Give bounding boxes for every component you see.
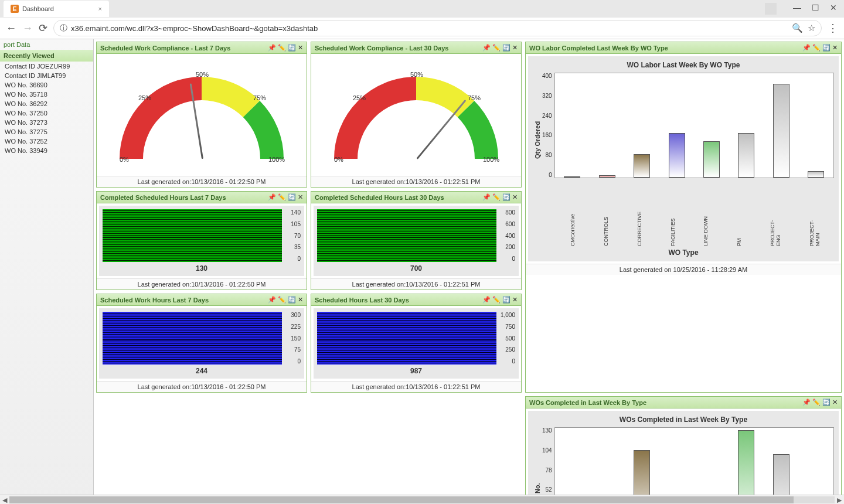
close-icon[interactable]: ✕ [298,44,303,52]
refresh-icon[interactable]: 🔄 [288,296,296,304]
reload-icon[interactable]: ⟳ [39,22,47,35]
sidebar-item[interactable]: WO No. 37252 [0,137,93,146]
refresh-icon[interactable]: 🔄 [822,44,831,52]
widget-completed-hours-30days: Completed Scheduled Hours Last 30 Days 📌… [311,191,522,290]
user-account-icon[interactable] [765,3,777,15]
widget-scheduled-hours-30days: Scheduled Hours Last 30 Days 📌✏️🔄✕ 1,000… [311,294,522,393]
pin-icon[interactable]: 📌 [268,193,276,201]
edit-icon[interactable]: ✏️ [812,399,821,406]
pin-icon[interactable]: 📌 [802,44,811,52]
edit-icon[interactable]: ✏️ [492,193,501,201]
horizontal-scrollbar[interactable]: ◀ ▶ [0,495,844,504]
strip-value: 130 [103,262,301,273]
address-row: ← → ⟳ ⓘ x36.emaint.com/wc.dll?x3~emproc~… [0,18,844,39]
edit-icon[interactable]: ✏️ [278,296,286,304]
sidebar: port Data Recently Viewed Contact ID JOE… [0,39,94,504]
app-body: port Data Recently Viewed Contact ID JOE… [0,39,844,504]
info-icon[interactable]: ⓘ [60,23,67,33]
widget-header: Completed Scheduled Hours Last 30 Days 📌… [311,192,521,203]
close-icon[interactable]: ✕ [512,44,518,52]
pin-icon[interactable]: 📌 [482,44,491,52]
close-icon[interactable]: ✕ [298,296,303,304]
tab-title: Dashboard [22,5,54,12]
xtick-label: PROJECT-MAIN [809,211,821,246]
xtick-label: PM [736,211,742,246]
dashboard-content: Scheduled Work Compliance - Last 7 Days … [94,39,844,504]
x-axis-label: WO Type [533,248,834,257]
widget-header: WOs Completed in Last Week By Type 📌✏️🔄✕ [526,397,841,408]
refresh-icon[interactable]: 🔄 [502,193,511,201]
search-icon[interactable]: 🔍 [792,23,803,33]
sidebar-item[interactable]: Contact ID JOEZUR99 [0,62,93,71]
edit-icon[interactable]: ✏️ [492,44,501,52]
strip-chart: 300225150750 [103,312,301,365]
widget-header: Scheduled Hours Last 30 Days 📌✏️🔄✕ [311,294,521,306]
chart-bar [669,133,685,178]
back-icon[interactable]: ← [6,22,16,35]
pin-icon[interactable]: 📌 [482,193,491,201]
widget-footer: Last generated on:10/13/2016 - 01:22:50 … [97,278,307,290]
pin-icon[interactable]: 📌 [268,296,276,304]
refresh-icon[interactable]: 🔄 [288,44,296,52]
scroll-right-icon[interactable]: ▶ [835,495,844,504]
widget-title: Completed Scheduled Hours Last 30 Days [315,194,444,201]
widget-title: Scheduled Work Compliance - Last 7 Days [100,45,230,52]
widget-header: Scheduled Work Compliance - Last 7 Days … [97,42,307,54]
y-axis-label: Qty Ordered [533,73,542,207]
chart-bar [738,430,754,504]
scroll-thumb[interactable] [9,496,794,503]
sidebar-item[interactable]: Contact ID JIMLAT99 [0,71,93,80]
edit-icon[interactable]: ✏️ [812,44,821,52]
widget-footer: Last generated on:10/13/2016 - 01:22:51 … [311,176,521,187]
chart-bar [773,84,789,178]
maximize-icon[interactable]: ☐ [812,3,819,15]
close-window-icon[interactable]: ✕ [830,3,837,15]
sidebar-item[interactable]: WO No. 35718 [0,90,93,99]
edit-icon[interactable]: ✏️ [492,296,501,304]
sidebar-item[interactable]: WO No. 36690 [0,80,93,90]
minimize-icon[interactable]: — [793,3,801,15]
edit-icon[interactable]: ✏️ [278,193,286,201]
sidebar-item[interactable]: WO No. 37250 [0,108,93,118]
sidebar-recently-viewed-header: Recently Viewed [0,50,93,62]
xtick-label: FACILITIES [670,211,676,246]
close-icon[interactable]: ✕ [512,193,518,201]
sidebar-item[interactable]: WO No. 37273 [0,118,93,127]
chart-bar [564,176,580,178]
strip-value: 700 [317,262,515,273]
close-icon[interactable]: ✕ [298,193,303,201]
tab-close-icon[interactable]: × [98,5,102,12]
sidebar-item[interactable]: WO No. 36292 [0,99,93,108]
refresh-icon[interactable]: 🔄 [502,296,511,304]
xtick-label: CONTROLS [603,211,609,246]
refresh-icon[interactable]: 🔄 [502,44,511,52]
close-icon[interactable]: ✕ [832,399,838,406]
pin-icon[interactable]: 📌 [802,399,811,406]
browser-tab[interactable]: E Dashboard × [4,1,109,17]
widget-header: Scheduled Work Compliance - Last 30 Days… [311,42,521,54]
sidebar-item[interactable]: WO No. 33949 [0,146,93,155]
chart-bar [703,141,720,178]
sidebar-port-data-link[interactable]: port Data [0,39,93,50]
chart-bar [808,171,824,178]
scroll-track[interactable] [9,496,835,503]
star-icon[interactable]: ☆ [808,23,815,33]
scroll-left-icon[interactable]: ◀ [0,495,9,504]
strip-value: 244 [103,365,301,375]
pin-icon[interactable]: 📌 [268,44,276,52]
widget-compliance-7days: Scheduled Work Compliance - Last 7 Days … [96,42,307,188]
widget-header: Completed Scheduled Hours Last 7 Days 📌✏… [97,192,307,203]
chart-title: WO Labor Last Week By WO Type [533,61,834,69]
refresh-icon[interactable]: 🔄 [288,193,296,201]
close-icon[interactable]: ✕ [832,44,838,52]
pin-icon[interactable]: 📌 [482,296,491,304]
edit-icon[interactable]: ✏️ [278,44,286,52]
address-bar[interactable]: ⓘ x36.emaint.com/wc.dll?x3~emproc~ShowDa… [53,20,822,36]
browser-menu-icon[interactable]: ⋮ [828,22,838,35]
refresh-icon[interactable]: 🔄 [822,399,831,406]
sidebar-item[interactable]: WO No. 37275 [0,127,93,137]
close-icon[interactable]: ✕ [512,296,518,304]
widget-scheduled-hours-7days: Scheduled Work Hours Last 7 Days 📌✏️🔄✕ 3… [96,294,307,393]
chart-bar [634,154,650,178]
widget-completed-by-type: WOs Completed in Last Week By Type 📌✏️🔄✕… [525,396,842,504]
